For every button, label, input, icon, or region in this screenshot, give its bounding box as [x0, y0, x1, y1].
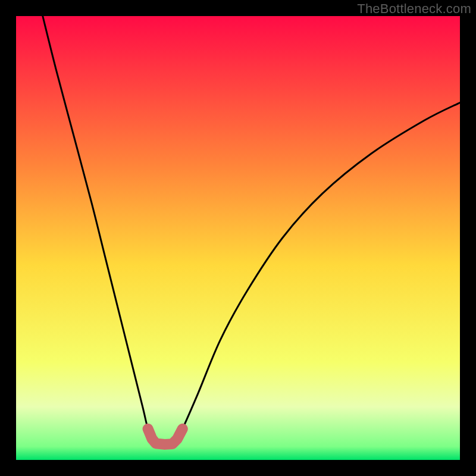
- plot-area: [16, 16, 460, 460]
- chart-frame: TheBottleneck.com: [0, 0, 476, 476]
- watermark-text: TheBottleneck.com: [357, 1, 471, 17]
- plot-svg: [16, 16, 460, 460]
- gradient-background: [16, 16, 460, 460]
